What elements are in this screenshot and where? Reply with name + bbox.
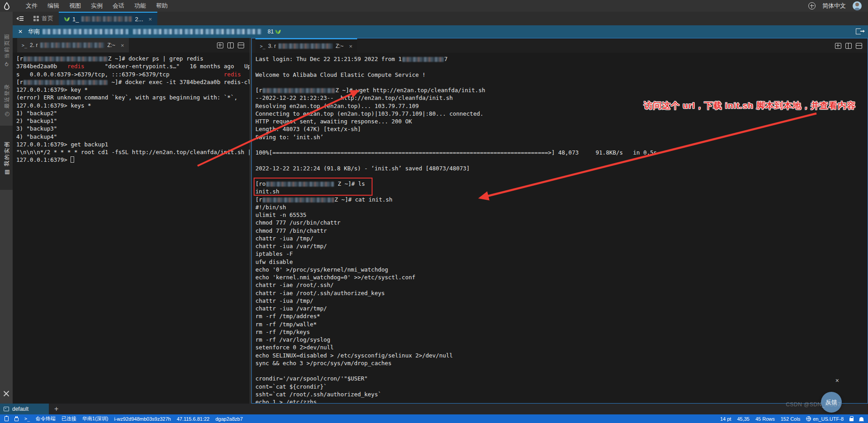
sidebar-item-1[interactable]: ◷最近登录 — [0, 78, 13, 122]
terminal-output-left[interactable]: [rZ ~]# docker ps | grep redis3784bed2aa… — [13, 52, 250, 404]
terminal-tab-default[interactable]: default — [0, 404, 49, 414]
left-tab-prefix: 2. r — [30, 42, 38, 48]
terminal-line: Welcome to Alibaba Cloud Elastic Compute… — [255, 71, 868, 79]
status-left: >_ 命令终端 已连接 华南1(深圳) i-wz92d948mb03s9z327… — [5, 415, 243, 422]
terminal-icon: >_ — [24, 416, 30, 421]
terminal-line: echo '0' >/proc/sys/kernel/nmi_watchdog — [255, 266, 868, 273]
split-vertical-icon[interactable] — [227, 42, 234, 48]
disconnect-icon[interactable]: ✕ — [18, 28, 23, 35]
terminal-line: Saving to: ‘init.sh’ — [255, 133, 868, 141]
sidebar-item-2[interactable]: ▤我的实例 — [0, 126, 13, 190]
language-icon[interactable] — [808, 2, 816, 9]
sidebar-item-icon: ▤ — [4, 169, 10, 174]
close-icon[interactable]: × — [149, 16, 152, 23]
redacted-text — [278, 43, 333, 49]
add-pane-icon[interactable] — [835, 43, 841, 49]
menubar-item[interactable]: 编辑 — [42, 0, 64, 12]
terminal-pane-right: >_ 3. r Z:~ × Last login: Thu Dec 22 21:… — [251, 38, 868, 404]
encoding-label: en_US.UTF-8 — [813, 416, 844, 422]
terminal-line: 127.0.0.1:6379> key * — [16, 86, 250, 94]
globe-icon — [806, 416, 811, 421]
tools-icon[interactable] — [3, 390, 10, 397]
menubar-item[interactable]: 会话 — [108, 0, 129, 12]
sidebar-item-label: 最近登录 — [3, 83, 11, 108]
session-tab-suffix: 2... — [135, 16, 143, 23]
split-vertical-icon[interactable] — [845, 43, 852, 49]
status-rows: 45 Rows — [755, 416, 775, 422]
add-pane-icon[interactable] — [217, 42, 223, 48]
menubar-item[interactable]: 帮助 — [151, 0, 173, 12]
feedback-close-icon[interactable]: × — [835, 377, 839, 384]
redacted-text — [133, 29, 261, 34]
status-cols: 152 Cols — [781, 416, 800, 422]
menubar-item[interactable]: 实例 — [86, 0, 108, 12]
terminal-tab-label: default — [12, 406, 28, 412]
terminal-line: "\n\n\n*/2 * * * * root cd1 -fsSL http:/… — [16, 148, 250, 156]
language-label[interactable]: 简体中文 — [822, 2, 846, 10]
close-icon[interactable]: × — [121, 42, 124, 49]
split-horizontal-icon[interactable] — [856, 43, 862, 49]
terminal-prompt-icon: >_ — [260, 44, 265, 49]
redacted-text — [24, 80, 108, 85]
sidebar-item-0[interactable]: ⟳当前页面 — [0, 29, 13, 70]
status-right: 14 pt 45,35 45 Rows 152 Cols en_US.UTF-8 — [720, 416, 863, 422]
plugin-icon[interactable] — [14, 418, 19, 421]
left-pane-controls — [217, 38, 250, 52]
right-pane-controls — [835, 38, 868, 53]
terminal-pane-left: >_ 2. r Z:~ × [rZ ~]# docker ps | grep r… — [13, 38, 251, 404]
status-encoding[interactable]: en_US.UTF-8 — [806, 416, 844, 422]
status-font-size[interactable]: 14 pt — [720, 416, 731, 422]
terminal-line — [255, 156, 868, 164]
menubar-item[interactable]: 文件 — [21, 0, 42, 12]
right-terminal-tab[interactable]: >_ 3. r Z:~ × — [255, 38, 357, 53]
terminal-line — [255, 79, 868, 86]
tab-session-active[interactable]: 1_ 2... × — [59, 12, 157, 25]
left-terminal-tab[interactable]: >_ 2. r Z:~ × — [17, 38, 129, 52]
terminal-line: chattr -iua /tmp/ — [255, 235, 868, 242]
lock-icon[interactable] — [849, 418, 854, 421]
status-instance-id: i-wz92d948mb03s9z327h — [114, 416, 171, 422]
close-icon[interactable]: × — [349, 43, 353, 50]
terminal-line: (error) ERR unknown command `key`, with … — [16, 94, 250, 101]
split-horizontal-icon[interactable] — [238, 42, 244, 48]
sidebar-collapse-icon[interactable] — [16, 16, 24, 21]
terminal-line: 4) "backup4" — [16, 133, 250, 141]
session-count: 81 — [268, 28, 274, 35]
home-tab-label: 首页 — [42, 14, 53, 23]
status-instance-name: dgap2a8zb7 — [215, 416, 243, 422]
terminal-line: [r ~]# docker exec -it 3784bed2aa0b redi… — [16, 78, 250, 86]
logout-icon[interactable] — [856, 28, 861, 34]
terminal-line: 1) "backup2" — [16, 109, 250, 117]
redacted-text — [81, 16, 132, 22]
terminal-line: s 0.0.0.0:6379->6379/tcp, :::6379->6379/… — [16, 70, 250, 78]
terminal-line: 2) "backup1" — [16, 117, 250, 125]
user-avatar[interactable] — [853, 1, 862, 10]
add-terminal-tab-button[interactable]: + — [49, 404, 64, 414]
terminal-prompt-icon: >_ — [22, 43, 27, 48]
terminal-line: iptables -F — [255, 250, 868, 258]
region-label: 华南 — [28, 28, 40, 36]
terminal-line: chattr -iua /tmp/ — [255, 297, 868, 305]
bell-icon[interactable] — [859, 417, 863, 421]
menubar-item[interactable]: 功能 — [129, 0, 151, 12]
terminal-line: 3) "backup3" — [16, 125, 250, 132]
terminal-line: cont=`cat ${crondir}` — [255, 383, 868, 390]
menubar-item[interactable]: 视图 — [64, 0, 86, 12]
left-tab-suffix: Z:~ — [107, 42, 115, 48]
terminal-cursor — [71, 156, 74, 163]
menubar-right: 简体中文 — [808, 1, 862, 10]
redacted-text — [24, 56, 108, 61]
terminal-tab-icon — [4, 407, 9, 411]
menu-items: 文件编辑视图实例会话功能帮助 — [21, 0, 173, 12]
terminal-line: 127.0.0.1:6379> keys * — [16, 102, 250, 109]
terminal-line: rm -rf /tmp/addres* — [255, 312, 868, 320]
tab-home[interactable]: 首页 — [28, 12, 59, 25]
connection-bar: ✕ 华南 81 — [13, 25, 868, 38]
clipboard-icon[interactable] — [5, 416, 9, 421]
terminal-line: ulimit -n 65535 — [255, 211, 868, 219]
terminal-line: setenforce 0 2>dev/null — [255, 343, 868, 351]
redacted-text — [402, 57, 444, 62]
right-tab-suffix: Z:~ — [335, 43, 344, 49]
terminal-line: sync && echo 3 >/proc/sys/vm/drop_caches — [255, 359, 868, 367]
app-window: 文件编辑视图实例会话功能帮助 简体中文 ⟳当前页面◷最近登录▤我的实例 首页 1… — [0, 0, 868, 423]
